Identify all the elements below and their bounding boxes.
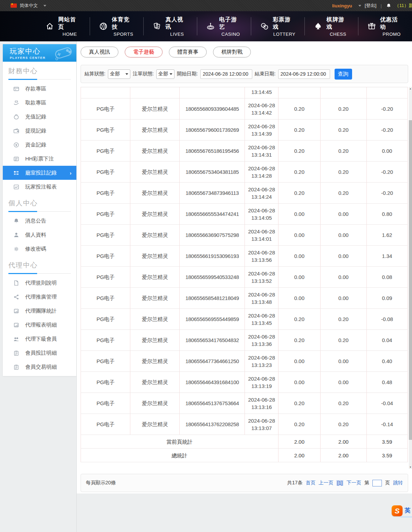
sidebar-item-agent-team-stats[interactable]: 代理團隊統計 › (3, 304, 76, 318)
order-status-select[interactable]: 全部 (156, 69, 174, 79)
cell-valid-bet: 0.00 (321, 204, 366, 225)
ime-lang-badge[interactable]: 英 (405, 506, 411, 514)
cell-platform: PG电子 (81, 183, 130, 204)
sidebar-item-room-bet-record[interactable]: 廳室投註記錄 › (3, 166, 76, 180)
tab-sports[interactable]: 體育賽事 (169, 47, 207, 57)
tab-egame[interactable]: 電子遊藝 (125, 47, 163, 57)
cell-game: 爱尔兰精灵 (130, 204, 179, 225)
nav-item-casino[interactable]: 电子游艺 CASINO (197, 16, 251, 37)
sidebar-header: 玩家中心 PLAYERS CENTER (3, 44, 76, 62)
sidebar-item-withdraw-record[interactable]: 提現記錄 › (3, 124, 76, 138)
chevron-down-icon[interactable] (358, 5, 361, 7)
nav-item-promo[interactable]: 优惠活动 PROMO (358, 16, 412, 37)
ime-indicator[interactable]: S 英 (392, 505, 412, 519)
summary-label: 當前頁統計 (81, 435, 279, 449)
password-icon (13, 246, 19, 252)
cell-datetime: 2024-06-2813:14:42 (245, 98, 278, 120)
sidebar-item-member-trade-detail[interactable]: 會員交易明細 › (3, 360, 76, 374)
sidebar-item-profile[interactable]: 個人資料 › (3, 228, 76, 242)
cell-datetime: 2024-06-2813:13:56 (245, 246, 278, 267)
cell-game: 爱尔兰精灵 (130, 246, 179, 267)
cell-winloss: -0.20 (366, 98, 407, 120)
sogou-logo-icon[interactable]: S (392, 505, 403, 516)
scroll-down-arrow[interactable]: ▼ (409, 465, 412, 469)
current-page-indicator[interactable]: [1] (336, 480, 343, 486)
jump-suffix-label: 页 (385, 480, 390, 486)
cell-valid-bet: 0.00 (321, 351, 366, 372)
sidebar-item-member-bet-detail[interactable]: 會員投註明細 › (3, 346, 76, 360)
nav-item-label-zh: 优惠活动 (380, 16, 403, 31)
jump-button[interactable]: 跳转 (393, 480, 403, 486)
cell-datetime: 2024-06-2813:13:16 (245, 393, 278, 414)
sidebar-item-recharge-record[interactable]: 充值記錄 › (3, 110, 76, 124)
nav-item-label-en: SPORTS (114, 32, 133, 37)
language-label: 简体中文 (20, 2, 38, 9)
username-label[interactable]: liuxingyu (332, 3, 352, 8)
casino-icon (206, 22, 215, 31)
cell-datetime: 2024-06-2813:13:45 (245, 309, 278, 330)
first-page-link[interactable]: 首页 (305, 480, 315, 486)
start-date-input[interactable] (200, 69, 252, 79)
sidebar-item-withdraw[interactable]: 取款專區 › (3, 96, 76, 110)
next-page-link[interactable]: 下一页 (346, 480, 361, 486)
topbar-user-area: liuxingyu [登出] | （11）新消息 (332, 0, 412, 11)
vertical-scrollbar[interactable]: ▲ ▼ (409, 87, 412, 469)
nav-item-home[interactable]: 网站首页 HOME (36, 16, 90, 37)
tab-board[interactable]: 棋牌對戰 (213, 47, 251, 57)
language-switcher[interactable]: 简体中文 (11, 0, 46, 11)
sidebar-item-agent-rules[interactable]: 代理規則說明 › (3, 276, 76, 290)
sidebar-item-label: 代理下級會員 (25, 336, 57, 342)
sidebar-section: 代理中心 代理規則說明 › 代理推廣管理 › 代理團隊統計 › 代理報表明細 ›… (3, 261, 76, 374)
nav-item-label-zh: 电子游艺 (219, 16, 242, 31)
settle-status-select[interactable]: 全部 (108, 69, 130, 79)
sidebar-item-change-password[interactable]: 修改密碼 › (3, 242, 76, 256)
summary-row: 總統計 2.00 2.00 3.59 (81, 449, 408, 462)
prev-page-link[interactable]: 上一页 (318, 480, 333, 486)
tab-live[interactable]: 真人視訊 (81, 47, 118, 57)
table-row: PG电子 爱尔兰精灵 1806556464391684100 2024-06-2… (81, 372, 408, 393)
sidebar-item-agent-promotion[interactable]: 代理推廣管理 › (3, 290, 76, 304)
sidebar-item-label: 代理團隊統計 (25, 308, 57, 314)
sidebar-item-hh-lottery-bet[interactable]: HH彩票下注 › (3, 152, 76, 166)
sidebar-item-agent-sub-members[interactable]: 代理下級會員 › (3, 332, 76, 346)
sidebar-item-funds-record[interactable]: 資金記錄 › (3, 138, 76, 152)
player-report-icon (13, 184, 19, 190)
search-button[interactable]: 查詢 (335, 69, 352, 80)
page-jump-input[interactable] (372, 480, 382, 486)
sidebar-item-player-bet-report[interactable]: 玩家投注報表 › (3, 180, 76, 194)
funds-icon (13, 142, 19, 148)
sidebar-item-deposit[interactable]: 存款專區 › (3, 82, 76, 96)
nav-item-chess[interactable]: 棋牌游戏 CHESS (305, 16, 358, 37)
nav-item-label-zh: 网站首页 (58, 16, 81, 31)
agent-report-icon (13, 322, 19, 328)
nav-item-lives[interactable]: 真人视讯 LIVES (144, 16, 197, 37)
cell-valid-bet: 0.00 (321, 267, 366, 288)
sidebar-item-label: 修改密碼 (25, 246, 46, 252)
sidebar-item-messages[interactable]: 消息公告 › (3, 214, 76, 228)
cell-bet-id: 1806556753404381185 (179, 162, 245, 183)
nav-item-lottery[interactable]: 彩票游戏 LOTTERY (251, 16, 305, 37)
sidebar-item-agent-report-detail[interactable]: 代理報表明細 › (3, 318, 76, 332)
cell-bet-amount: 0.20 (278, 393, 320, 414)
pagination-bar: 每頁顯示20條 共17条 首页 上一页 [1] 下一页 第 页 跳转 (81, 474, 408, 492)
notification-text[interactable]: （11）新消息 (395, 2, 412, 9)
end-date-input[interactable] (278, 69, 330, 79)
table-row: PG电子 爱尔兰精灵 1806556534176504832 2024-06-2… (81, 330, 408, 351)
cell-winloss: -0.04 (366, 393, 407, 414)
cell-bet-amount: 0.20 (278, 162, 320, 183)
cell-winloss: 1.62 (366, 225, 407, 246)
cell-valid-bet: 0.20 (321, 393, 366, 414)
cell-valid-bet: 0.20 (321, 414, 366, 435)
bell-icon[interactable] (386, 3, 391, 8)
chevron-down-icon (43, 5, 46, 7)
agent-team-icon (13, 308, 19, 314)
nav-item-label-zh: 真人视讯 (165, 16, 188, 31)
scroll-up-arrow[interactable]: ▲ (409, 87, 412, 90)
end-date-label: 結束日期: (255, 71, 276, 77)
cell-platform: PG电子 (81, 141, 130, 162)
cell-winloss: 0.00 (366, 141, 407, 162)
scrollbar-thumb[interactable] (409, 120, 412, 440)
sidebar-item-label: 玩家投注報表 (25, 184, 57, 190)
logout-link[interactable]: [登出] (365, 2, 376, 9)
nav-item-sports[interactable]: 体育竞技 SPORTS (90, 16, 144, 37)
